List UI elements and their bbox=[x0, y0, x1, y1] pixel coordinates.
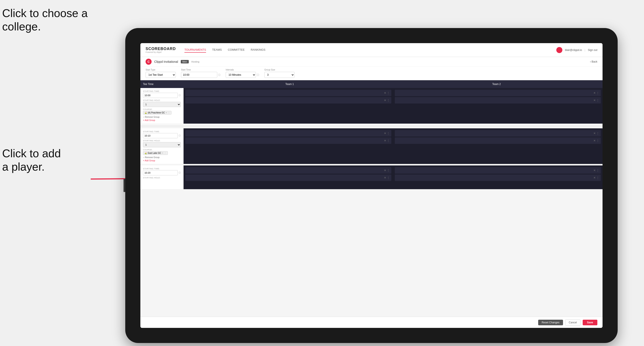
chevron-icon[interactable]: ⋮ bbox=[596, 91, 599, 94]
x-icon[interactable]: ✕ bbox=[384, 132, 386, 135]
intervals-select[interactable]: 10 Minutes bbox=[226, 72, 256, 78]
annotation-choose-college: Click to choose a college. bbox=[2, 6, 88, 33]
start-type-select[interactable]: 1st Tee Start bbox=[146, 72, 176, 78]
course-tag-1[interactable]: ⛳ (A) Peachtree GC × ⋮ bbox=[143, 111, 172, 115]
remove-group-1[interactable]: ○ Remove Group bbox=[143, 116, 181, 118]
left-panel-3: STARTING TIME: ⓘ STARTING HOLE: bbox=[140, 166, 184, 189]
start-time-group: Start Time ⓘ bbox=[181, 69, 220, 78]
course-remove-2[interactable]: × bbox=[162, 152, 163, 154]
nav-teams[interactable]: TEAMS bbox=[212, 47, 222, 53]
team2-panel-3: ✕ ⋮ ✕ ⋮ bbox=[393, 166, 602, 189]
nav-links: TOURNAMENTS TEAMS COMMITTEE RANKINGS bbox=[184, 47, 556, 53]
brand-title: SCOREBOARD bbox=[146, 47, 176, 51]
add-group-2[interactable]: + Add Group bbox=[143, 160, 181, 162]
player-slot-3-2[interactable]: ✕ ⋮ bbox=[185, 137, 391, 144]
player-slot-3-1[interactable]: ✕ ⋮ bbox=[185, 130, 391, 137]
bottom-bar: Reset Changes Cancel Save bbox=[140, 317, 602, 328]
tournament-title: Clippd Invitational bbox=[154, 60, 178, 63]
starting-time-input-1[interactable] bbox=[143, 93, 178, 98]
player-slot-1-2[interactable]: ✕ ⋮ bbox=[185, 97, 391, 104]
chevron-icon[interactable]: ⋮ bbox=[387, 139, 390, 142]
course-edit-1[interactable]: ⋮ bbox=[168, 112, 170, 114]
group-size-select[interactable]: 3 bbox=[264, 72, 294, 78]
tee-row-3: STARTING TIME: ⓘ STARTING HOLE: ✕ ⋮ ✕ ⋮ bbox=[140, 166, 602, 189]
chevron-icon[interactable]: ⋮ bbox=[387, 99, 390, 102]
nav-tournaments[interactable]: TOURNAMENTS bbox=[184, 47, 206, 53]
tablet-frame: SCOREBOARD Powered by clippd TOURNAMENTS… bbox=[125, 28, 618, 343]
x-icon[interactable]: ✕ bbox=[384, 139, 386, 142]
save-button[interactable]: Save bbox=[583, 320, 597, 325]
hosting-status: Hosting bbox=[191, 60, 199, 63]
player-slot-5-1[interactable]: ✕ ⋮ bbox=[185, 167, 391, 174]
side-button bbox=[124, 179, 125, 192]
chevron-icon[interactable]: ⋮ bbox=[596, 169, 599, 172]
x-icon[interactable]: ✕ bbox=[594, 176, 596, 179]
chevron-icon[interactable]: ⋮ bbox=[596, 176, 599, 179]
annotation-add-player: Click to add a player. bbox=[2, 147, 61, 174]
course-remove-1[interactable]: × bbox=[166, 112, 167, 114]
chevron-icon[interactable]: ⋮ bbox=[387, 169, 390, 172]
controls-row: Start Type 1st Tee Start Start Time ⓘ In… bbox=[140, 66, 602, 80]
course-label-1: COURSE: bbox=[143, 108, 181, 110]
starting-time-label-2: STARTING TIME: bbox=[143, 131, 181, 133]
starting-time-input-3[interactable] bbox=[143, 170, 178, 175]
starting-time-label-3: STARTING TIME: bbox=[143, 168, 181, 170]
flag-icon-2: ⛳ bbox=[144, 152, 147, 154]
player-slot-2-1[interactable]: ✕ ⋮ bbox=[395, 90, 601, 96]
main-content: Tee Time Team 1 Team 2 STARTING TIME: ⓘ … bbox=[140, 80, 602, 317]
intervals-group: Intervals 10 Minutes ⓘ bbox=[226, 69, 259, 78]
course-tag-2[interactable]: ⛳ East Lake GC × ⋮ bbox=[143, 151, 168, 155]
cancel-button[interactable]: Cancel bbox=[565, 320, 580, 326]
col-team1: Team 1 bbox=[186, 83, 393, 86]
sign-out-link[interactable]: Sign out bbox=[588, 48, 597, 52]
chevron-icon[interactable]: ⋮ bbox=[387, 176, 390, 179]
x-icon[interactable]: ✕ bbox=[594, 132, 596, 135]
remove-group-2[interactable]: ○ Remove Group bbox=[143, 156, 181, 159]
player-slot-1-1[interactable]: ✕ ⋮ bbox=[185, 90, 391, 96]
nav-rankings[interactable]: RANKINGS bbox=[251, 47, 266, 53]
course-edit-2[interactable]: ⋮ bbox=[164, 152, 166, 154]
x-icon[interactable]: ✕ bbox=[594, 169, 596, 172]
team1-panel-3: ✕ ⋮ ✕ ⋮ bbox=[184, 166, 393, 189]
x-icon[interactable]: ✕ bbox=[384, 169, 386, 172]
starting-hole-select-1[interactable]: 1 bbox=[143, 102, 181, 107]
player-slot-4-2[interactable]: ✕ ⋮ bbox=[395, 137, 601, 144]
x-icon[interactable]: ✕ bbox=[384, 91, 386, 94]
x-icon[interactable]: ✕ bbox=[594, 99, 596, 102]
player-slot-5-2[interactable]: ✕ ⋮ bbox=[185, 174, 391, 181]
col-team2: Team 2 bbox=[393, 83, 600, 86]
flag-icon-1: ⛳ bbox=[144, 112, 147, 114]
tee-row: STARTING TIME: ⓘ STARTING HOLE: 1 COURSE… bbox=[140, 88, 602, 124]
reset-button[interactable]: Reset Changes bbox=[538, 320, 563, 325]
nav-committee[interactable]: COMMITTEE bbox=[228, 47, 245, 53]
chevron-icon[interactable]: ⋮ bbox=[596, 99, 599, 102]
player-slot-6-1[interactable]: ✕ ⋮ bbox=[395, 167, 601, 174]
x-icon[interactable]: ✕ bbox=[384, 99, 386, 102]
player-slot-2-2[interactable]: ✕ ⋮ bbox=[395, 97, 601, 104]
x-icon[interactable]: ✕ bbox=[384, 176, 386, 179]
starting-hole-select-2[interactable]: 1 bbox=[143, 142, 181, 147]
chevron-icon[interactable]: ⋮ bbox=[596, 139, 599, 142]
starting-hole-label-3: STARTING HOLE: bbox=[143, 177, 181, 179]
sub-header: C Clippd Invitational Men Hosting ‹ Back bbox=[140, 57, 602, 66]
start-type-label: Start Type bbox=[146, 69, 176, 71]
starting-hole-label-1: STARTING HOLE: bbox=[143, 99, 181, 101]
add-group-1[interactable]: + Add Group bbox=[143, 119, 181, 121]
starting-time-input-2[interactable] bbox=[143, 133, 178, 138]
user-email: blair@clippd.io bbox=[565, 48, 582, 52]
chevron-icon[interactable]: ⋮ bbox=[387, 132, 390, 135]
chevron-icon[interactable]: ⋮ bbox=[387, 91, 390, 94]
user-avatar bbox=[556, 47, 562, 53]
x-icon[interactable]: ✕ bbox=[594, 91, 596, 94]
start-time-input[interactable] bbox=[181, 72, 217, 78]
player-slot-4-1[interactable]: ✕ ⋮ bbox=[395, 130, 601, 137]
table-header: Tee Time Team 1 Team 2 bbox=[140, 80, 602, 88]
col-tee-time: Tee Time bbox=[143, 83, 186, 86]
x-icon[interactable]: ✕ bbox=[594, 139, 596, 142]
team1-panel-1: ✕ ⋮ ✕ ⋮ bbox=[184, 88, 393, 124]
chevron-icon[interactable]: ⋮ bbox=[596, 132, 599, 135]
brand: SCOREBOARD Powered by clippd bbox=[146, 47, 176, 53]
player-slot-6-2[interactable]: ✕ ⋮ bbox=[395, 174, 601, 181]
back-button[interactable]: ‹ Back bbox=[590, 60, 597, 63]
starting-time-label-1: STARTING TIME: bbox=[143, 90, 181, 92]
